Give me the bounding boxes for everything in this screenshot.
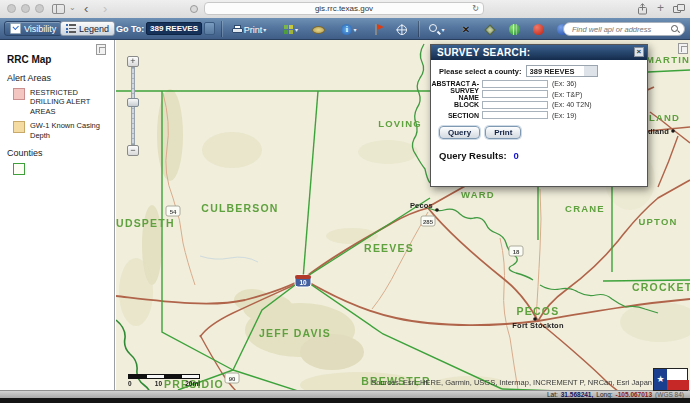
well-search-input[interactable] — [564, 25, 670, 34]
legend-item — [13, 163, 114, 175]
legend-section-counties: Counties — [7, 148, 114, 158]
share-icon[interactable] — [637, 3, 648, 15]
map-export-icon[interactable] — [678, 43, 688, 54]
goto-label: Go To: — [116, 24, 144, 34]
section-label: SECTION — [431, 112, 482, 119]
county-label: LOVING — [378, 118, 422, 129]
abstract-input[interactable] — [482, 80, 548, 88]
coordinate-statusbar: Lat: 31.568241, Long: -105.067013 (WGS 8… — [0, 390, 690, 398]
legend-item: GW-1 Known Casing Depth — [13, 121, 114, 140]
zoom-thumb[interactable] — [127, 98, 139, 107]
svg-text:90: 90 — [229, 376, 236, 382]
identify-button[interactable]: i ▾ — [336, 22, 362, 37]
city-label: Pecos — [410, 201, 433, 210]
tab-overview-icon[interactable] — [673, 4, 685, 14]
highway-shield-icon: 90 — [225, 373, 239, 383]
browser-chrome: ⌄ ‹ › gis.rrc.texas.gov ↻ + — [0, 0, 690, 19]
clear-x-icon: ✕ — [462, 25, 470, 35]
map-attribution: Sources: Esri, HERE, Garmin, USGS, Inter… — [300, 378, 652, 387]
window-minimize-button[interactable] — [21, 4, 30, 13]
window-close-button[interactable] — [7, 4, 16, 13]
print-button[interactable]: Print ▾ — [226, 22, 272, 37]
flag-icon — [373, 24, 383, 35]
query-results-label: Query Results: — [439, 150, 507, 161]
scale-zero: 0 — [128, 380, 132, 387]
flag-button[interactable] — [370, 22, 386, 37]
panel-export-icon[interactable] — [96, 44, 106, 55]
scale-twenty: 20mi — [185, 380, 200, 387]
county-label: UPTON — [638, 216, 677, 227]
close-icon[interactable]: × — [634, 47, 644, 57]
well-search-box[interactable] — [563, 22, 685, 36]
chevron-down-icon: ▾ — [263, 27, 266, 33]
checkbox-icon — [10, 23, 21, 34]
legend-title: RRC Map — [7, 54, 114, 65]
scale-bar: 0 10 20mi — [128, 374, 200, 387]
new-tab-button[interactable]: + — [657, 1, 664, 15]
long-value: -105.067013 — [616, 391, 653, 398]
county-label: CRANE — [565, 203, 605, 214]
highway-shield-icon: 18 — [509, 246, 523, 256]
highway-shield-icon: 285 — [421, 216, 435, 226]
print-results-button[interactable]: Print — [485, 126, 521, 139]
visibility-button[interactable]: Visibility — [4, 21, 62, 36]
sidebar-toggle-icon[interactable] — [52, 4, 65, 14]
goto-input[interactable] — [146, 22, 202, 35]
survey-search-dialog: SURVEY SEARCH: × Please select a county:… — [430, 44, 648, 187]
legend-button[interactable]: Legend — [60, 21, 115, 36]
window-zoom-button[interactable] — [35, 4, 44, 13]
legend-panel: RRC Map Alert Areas RESTRICTED DRILLING … — [0, 40, 115, 390]
star-icon: ★ — [654, 369, 667, 390]
basemap-grid-icon — [284, 25, 294, 35]
site-settings-icon[interactable] — [190, 5, 198, 13]
legend-item-label: RESTRICTED DRILLING ALERT AREAS — [30, 88, 108, 116]
address-bar[interactable]: gis.rrc.texas.gov ↻ — [204, 2, 484, 15]
magnifier-icon — [429, 24, 440, 35]
city-label: Fort Stockton — [512, 321, 564, 330]
clear-selection-button[interactable]: ✕ — [458, 22, 474, 37]
locate-button[interactable] — [394, 22, 410, 37]
back-button[interactable]: ‹ — [84, 0, 88, 18]
section-input[interactable] — [482, 111, 548, 119]
abstract-hint: (Ex: 36) — [552, 80, 577, 87]
forward-button[interactable]: › — [103, 0, 107, 18]
svg-text:10: 10 — [299, 279, 307, 286]
reload-icon[interactable]: ↻ — [472, 3, 479, 14]
chevron-down-icon: ▾ — [295, 27, 298, 33]
abstract-label: ABSTRACT A- — [431, 80, 482, 87]
county-label: REEVES — [364, 242, 414, 254]
goto-submit-button[interactable] — [204, 22, 215, 35]
survey-name-input[interactable] — [482, 90, 548, 98]
query-button[interactable]: Query — [439, 126, 480, 139]
zoom-tools-button[interactable]: ▾ — [424, 22, 450, 37]
lat-label: Lat: — [547, 391, 558, 398]
measure-button[interactable] — [310, 22, 326, 37]
basemap-button[interactable]: ▾ — [278, 22, 304, 37]
county-label: PECOS — [517, 305, 560, 317]
app-toolbar: Visibility Legend Go To: Print ▾ ▾ i ▾ — [0, 18, 690, 40]
zoom-out-button[interactable]: − — [127, 145, 139, 156]
city-dot — [671, 129, 675, 133]
block-input[interactable] — [482, 101, 548, 109]
red-theme-button[interactable] — [530, 22, 546, 37]
svg-text:285: 285 — [423, 219, 434, 225]
zoom-slider[interactable]: + − — [126, 56, 140, 156]
query-results-value: 0 — [514, 150, 519, 161]
shape-select-button[interactable] — [482, 22, 498, 37]
print-label: Print — [244, 25, 263, 35]
zoom-in-button[interactable]: + — [127, 56, 139, 67]
county-select-label: Please select a county: — [439, 67, 522, 76]
county-select[interactable] — [526, 65, 598, 77]
globe-button[interactable] — [506, 22, 522, 37]
county-label: JEFF DAVIS — [259, 327, 331, 339]
alert-swatch — [13, 88, 25, 100]
diamond-tool-icon — [484, 24, 495, 35]
legend-section-alert: Alert Areas — [7, 73, 114, 83]
county-label: HUDSPETH — [116, 217, 175, 229]
printer-icon — [232, 25, 243, 34]
block-hint: (Ex: 40 T2N) — [552, 101, 592, 108]
chevron-down-icon[interactable]: ⌄ — [69, 3, 76, 12]
bottom-bar — [0, 398, 690, 403]
dialog-titlebar[interactable]: SURVEY SEARCH: × — [431, 45, 647, 60]
search-icon[interactable] — [670, 24, 680, 34]
